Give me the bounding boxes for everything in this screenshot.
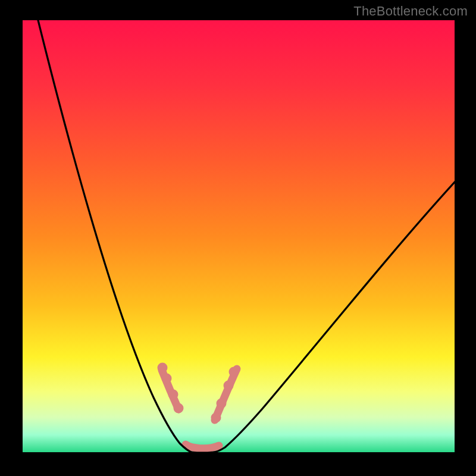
- watermark-text: TheBottleneck.com: [353, 4, 468, 19]
- severity-gradient: [23, 20, 455, 452]
- chart-stage: TheBottleneck.com: [0, 0, 476, 476]
- curve-bottom: [192, 452, 213, 453]
